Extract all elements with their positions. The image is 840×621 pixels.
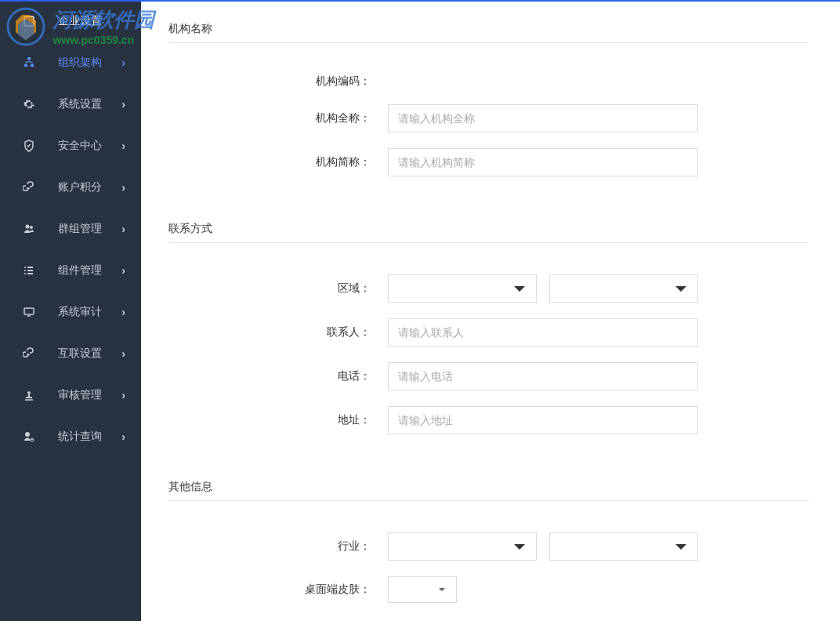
sidebar-item-label: 组织架构 [58,56,121,70]
org-fullname-input[interactable] [388,104,698,133]
sidebar-item-label: 群组管理 [58,222,121,236]
svg-point-23 [25,432,30,437]
org-fullname-label: 机构全称： [168,111,388,125]
region-label: 区域： [168,281,388,296]
svg-rect-4 [31,64,34,67]
chevron-down-icon [675,286,686,292]
divider [168,242,809,243]
sidebar-item-label: 系统设置 [58,97,121,111]
svg-rect-17 [24,308,34,314]
link-icon [22,180,36,194]
sidebar-item-points[interactable]: 账户积分 › [0,166,141,208]
org-shortname-label: 机构简称： [168,155,388,169]
svg-point-10 [30,226,33,229]
chevron-right-icon: › [121,56,125,69]
sidebar-header: 企业设置 [0,0,141,42]
enterprise-icon [22,14,36,28]
chevron-right-icon: › [121,181,125,194]
chevron-down-icon [675,544,686,550]
chevron-down-icon [439,588,445,591]
svg-rect-3 [24,64,27,67]
sidebar-item-review[interactable]: 审核管理 › [0,374,141,416]
chevron-right-icon: › [121,264,125,277]
skin-select[interactable] [388,576,457,603]
org-shortname-input[interactable] [388,148,698,176]
contact-person-input[interactable] [388,318,698,347]
list-icon [22,263,36,278]
chevron-right-icon: › [121,223,125,235]
stamp-icon [22,388,36,402]
sidebar-item-security[interactable]: 安全中心 › [0,125,141,166]
sidebar-item-label: 账户积分 [58,180,121,194]
sidebar-item-org[interactable]: 组织架构 › [0,42,141,83]
divider [168,500,809,501]
sidebar-header-label: 企业设置 [58,14,141,28]
main-content: 机构名称 机构编码： 机构全称： 机构简称： 联系方式 区域： [141,0,840,621]
industry-select-2[interactable] [549,532,698,561]
sidebar-item-label: 审核管理 [58,388,121,402]
sidebar-item-system[interactable]: 系统设置 › [0,83,141,125]
gear-icon [22,97,36,111]
group-icon [22,222,36,236]
chevron-right-icon: › [121,347,125,360]
section-title-orgname: 机构名称 [168,22,809,36]
svg-rect-1 [24,16,34,26]
sidebar-item-label: 互联设置 [58,347,121,361]
address-input[interactable] [388,406,698,434]
phone-input[interactable] [388,362,698,390]
chevron-down-icon [514,286,525,292]
org-icon [22,56,36,70]
contact-person-label: 联系人： [168,325,388,340]
region-select-1[interactable] [388,274,537,303]
svg-rect-21 [26,397,32,398]
chevron-right-icon: › [121,140,125,152]
sidebar-item-label: 安全中心 [58,139,121,153]
phone-label: 电话： [168,369,388,383]
chevron-right-icon: › [121,306,125,318]
sidebar-item-stats[interactable]: 统计查询 › [0,416,141,457]
industry-label: 行业： [168,539,388,554]
address-label: 地址： [168,413,388,427]
sidebar-item-component[interactable]: 组件管理 › [0,249,141,291]
shield-icon [22,139,36,153]
sidebar: 企业设置 组织架构 › 系统设置 › 安全中心 › [0,0,141,621]
svg-point-9 [26,224,30,228]
svg-rect-2 [27,57,31,60]
monitor-icon [22,305,36,319]
sidebar-item-group[interactable]: 群组管理 › [0,208,141,249]
sidebar-item-audit[interactable]: 系统审计 › [0,291,141,332]
skin-label: 桌面端皮肤： [168,583,388,597]
connect-icon [22,347,36,361]
chevron-right-icon: › [121,98,125,111]
divider [168,42,809,43]
chevron-down-icon [514,544,525,550]
industry-select-1[interactable] [388,532,537,561]
sidebar-item-label: 组件管理 [58,263,121,278]
svg-rect-20 [28,394,30,397]
sidebar-item-label: 统计查询 [58,430,121,444]
chevron-right-icon: › [121,389,125,401]
section-title-other: 其他信息 [168,480,809,494]
svg-point-19 [27,391,31,394]
stats-icon [22,430,36,444]
org-code-label: 机构编码： [168,74,388,89]
sidebar-item-connect[interactable]: 互联设置 › [0,332,141,374]
section-title-contact: 联系方式 [168,222,809,236]
chevron-right-icon: › [121,430,125,443]
region-select-2[interactable] [549,274,698,303]
sidebar-item-label: 系统审计 [58,305,121,319]
